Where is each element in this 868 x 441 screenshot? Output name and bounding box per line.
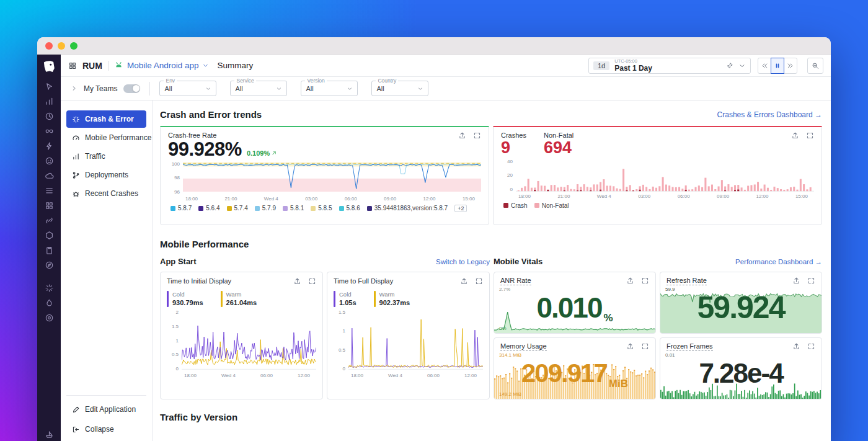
time-forward-button[interactable] <box>784 58 797 74</box>
close-window-button[interactable] <box>45 42 53 50</box>
sidebar-item-traffic[interactable]: Traffic <box>66 148 146 165</box>
rail-list-icon[interactable] <box>45 186 54 195</box>
time-range-picker[interactable]: 1d UTC-05:00 Past 1 Day <box>588 58 751 74</box>
ttfd-chart[interactable] <box>348 310 483 372</box>
legend-item[interactable]: Non-Fatal <box>534 202 569 209</box>
chevron-down-icon <box>205 86 211 92</box>
rail-link-icon[interactable] <box>45 216 54 225</box>
export-icon[interactable] <box>792 277 800 285</box>
rail-hexagon-icon[interactable] <box>45 231 54 240</box>
time-back-button[interactable] <box>758 58 771 74</box>
sidebar-item-crash-error[interactable]: Crash & Error <box>66 110 146 128</box>
rail-bar-chart-icon[interactable] <box>45 97 54 106</box>
pause-button[interactable] <box>771 58 784 74</box>
rail-target-icon[interactable] <box>45 313 54 323</box>
product-name: RUM <box>82 61 102 71</box>
sidebar-item-deployments[interactable]: Deployments <box>66 166 146 184</box>
legend-item[interactable]: 5.8.5 <box>311 205 332 212</box>
expand-icon[interactable] <box>807 342 815 350</box>
my-teams-toggle[interactable] <box>123 84 140 93</box>
expand-icon[interactable] <box>475 277 483 285</box>
legend-item[interactable]: 5.7.4 <box>227 205 248 212</box>
legend-item[interactable]: 5.8.7 <box>170 205 192 212</box>
rail-crash-icon[interactable] <box>45 283 54 293</box>
chevron-right-icon[interactable] <box>71 85 78 92</box>
app-window: RUM Mobile Android app Summary 1d UTC-05… <box>37 37 831 441</box>
expand-icon[interactable] <box>308 277 316 285</box>
warm-series-legend[interactable]: Warm261.04ms <box>221 291 257 307</box>
rail-ship-icon[interactable] <box>45 430 54 439</box>
country-filter-dropdown[interactable]: Country All <box>371 81 428 96</box>
collapse-sidebar-button[interactable]: Collapse <box>66 421 146 438</box>
signal-icon <box>72 153 80 161</box>
pin-icon[interactable] <box>726 62 733 69</box>
sidebar-item-mobile-performance[interactable]: Mobile Performance <box>66 129 146 146</box>
app-start-title: App Start <box>160 257 197 266</box>
legend-item[interactable]: Crash <box>503 202 528 209</box>
edit-application-button[interactable]: Edit Application <box>66 401 146 418</box>
zoom-window-button[interactable] <box>70 42 78 50</box>
y-axis-labels: 40 20 0 <box>501 159 516 192</box>
cold-series-legend[interactable]: Cold930.79ms <box>167 291 203 307</box>
minimize-window-button[interactable] <box>58 42 65 50</box>
performance-dashboard-link[interactable]: Performance Dashboard → <box>735 258 822 265</box>
datadog-logo-icon[interactable] <box>41 59 57 75</box>
service-filter-dropdown[interactable]: Service All <box>230 81 287 96</box>
android-icon <box>114 61 123 70</box>
legend-overflow-chip[interactable]: +2 <box>454 205 467 212</box>
refresh-rate-card: Refresh Rate 59.9 59.924 <box>660 272 822 334</box>
window-titlebar <box>37 37 831 55</box>
expand-icon[interactable] <box>641 342 649 350</box>
card-title: Crash-free Rate <box>168 131 216 139</box>
y-axis-labels: 1.5 1 0.5 0 <box>334 310 348 372</box>
branch-icon <box>72 171 80 179</box>
expand-icon[interactable] <box>473 131 481 140</box>
legend-item[interactable]: 35.94481863,version:5.8.7 <box>367 205 448 212</box>
x-axis-labels: 18:00 21:00 Wed 4 03:00 06:00 09:00 12:0… <box>168 195 481 202</box>
env-filter-dropdown[interactable]: Env All <box>159 81 216 96</box>
expand-icon[interactable] <box>806 131 814 140</box>
zoom-out-button[interactable] <box>807 58 823 74</box>
summary-sidebar: Crash & Error Mobile Performance Traffic… <box>61 100 153 441</box>
crash-free-rate-card: Crash-free Rate 99.928% 0.109% <box>160 126 489 225</box>
version-filter-dropdown[interactable]: Version All <box>301 81 358 96</box>
ttid-chart[interactable] <box>182 310 316 372</box>
legend-item[interactable]: 5.7.9 <box>255 205 276 212</box>
rail-infinity-icon[interactable] <box>45 127 54 136</box>
rail-clock-icon[interactable] <box>45 112 54 121</box>
chevron-down-icon[interactable] <box>738 62 746 69</box>
time-range-label: Past 1 Day <box>614 65 652 72</box>
legend-item[interactable]: 5.6.4 <box>198 205 219 212</box>
application-selector[interactable]: Mobile Android app <box>114 61 210 70</box>
rail-cursor-icon[interactable] <box>45 82 54 91</box>
export-icon[interactable] <box>458 131 466 140</box>
export-icon[interactable] <box>626 342 634 350</box>
crash-free-rate-delta: 0.109% <box>247 149 277 157</box>
legend-item[interactable]: 5.8.6 <box>339 205 360 212</box>
warm-series-legend[interactable]: Warm902.37ms <box>374 291 410 307</box>
expand-icon[interactable] <box>807 277 815 285</box>
crashes-chart[interactable] <box>516 159 814 192</box>
export-icon[interactable] <box>293 277 301 285</box>
rail-grid-icon[interactable] <box>45 201 54 210</box>
export-icon[interactable] <box>792 342 800 350</box>
rail-lightning-icon[interactable] <box>45 141 54 151</box>
switch-to-legacy-link[interactable]: Switch to Legacy <box>436 258 490 265</box>
rail-user-smiley-icon[interactable] <box>45 156 54 166</box>
time-range-chip[interactable]: 1d <box>593 61 609 70</box>
export-icon[interactable] <box>791 131 799 140</box>
rail-compass-icon[interactable] <box>45 261 54 270</box>
export-icon[interactable] <box>460 277 468 285</box>
crashes-metric: Crashes 9 <box>501 131 526 158</box>
crashes-errors-dashboard-link[interactable]: Crashes & Errors Dashboard → <box>717 110 822 119</box>
rail-clipboard-icon[interactable] <box>45 246 54 255</box>
rail-cloud-icon[interactable] <box>45 171 54 180</box>
rail-flame-icon[interactable] <box>45 298 54 308</box>
expand-icon[interactable] <box>641 277 649 285</box>
export-icon[interactable] <box>626 277 634 285</box>
cold-series-legend[interactable]: Cold1.05s <box>334 291 356 307</box>
crash-free-rate-chart[interactable] <box>183 161 481 195</box>
sidebar-item-recent-crashes[interactable]: Recent Crashes <box>66 185 146 202</box>
legend-item[interactable]: 5.8.1 <box>283 205 304 212</box>
y-axis-labels: 2 1.5 1 0.5 0 <box>167 310 182 372</box>
